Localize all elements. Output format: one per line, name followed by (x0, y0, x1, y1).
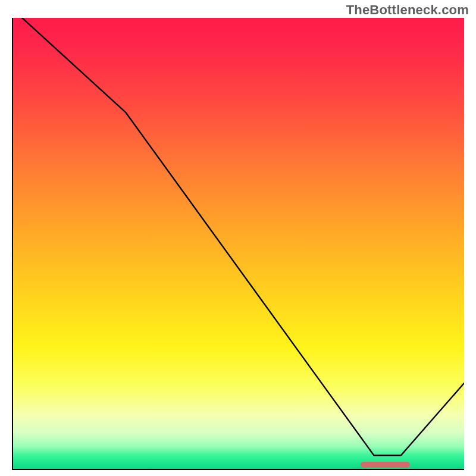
bottleneck-curve (13, 18, 464, 469)
plot-area (13, 18, 464, 469)
plot-frame (12, 18, 464, 470)
watermark-text: TheBottleneck.com (346, 2, 469, 18)
optimal-range-marker (361, 462, 410, 468)
chart-container: TheBottleneck.com (0, 0, 476, 476)
